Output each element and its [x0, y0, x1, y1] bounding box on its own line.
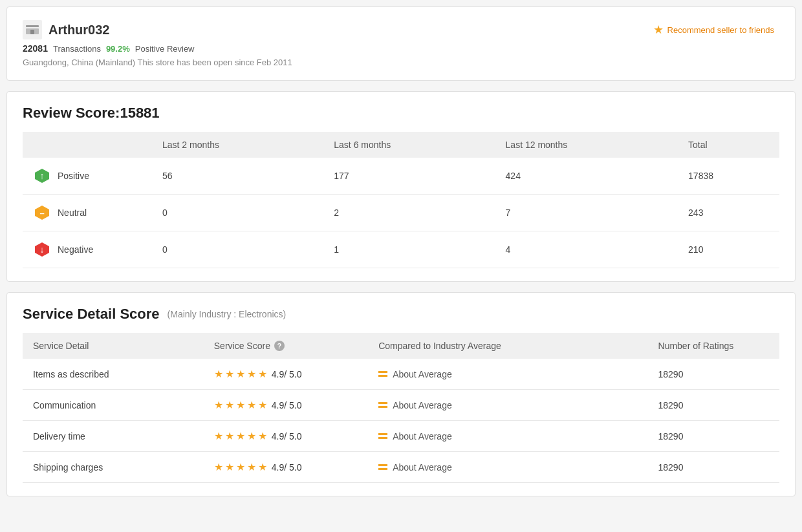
score-text: 4.9/ 5.0 [272, 462, 302, 473]
transactions-count: 22081 [23, 43, 48, 54]
star-1: ★ [214, 368, 223, 380]
svg-text:↓: ↓ [40, 244, 45, 255]
star-4: ★ [247, 430, 256, 442]
col-compared: Compared to Industry Average [368, 333, 647, 359]
star-5: ★ [258, 399, 267, 411]
star-icon: ★ [653, 23, 664, 37]
col-service-score: Service Score ? [204, 333, 333, 359]
avg-bar-1 [378, 402, 387, 404]
last6-months: 1 [323, 231, 495, 268]
avg-bar-icon [378, 371, 387, 377]
avg-bar-icon [378, 402, 387, 408]
star-1: ★ [214, 461, 223, 473]
last12-months: 424 [495, 158, 678, 195]
score-text: 4.9/ 5.0 [272, 369, 302, 379]
review-type-cell: – Neutral [23, 195, 152, 231]
service-score-cell: ★ ★ ★ ★ ★ 4.9/ 5.0 [204, 390, 368, 421]
table-row: Items as described ★ ★ ★ ★ ★ 4.9/ 5.0 Ab… [23, 359, 779, 390]
review-type-cell: ↓ Negative [23, 231, 152, 268]
seller-info: Arthur032 22081 Transactions 99.2% Posit… [23, 20, 292, 67]
score-text: 4.9/ 5.0 [272, 400, 302, 410]
star-1: ★ [214, 399, 223, 411]
transactions-label: Transactions [53, 44, 101, 54]
seller-stats: 22081 Transactions 99.2% Positive Review [23, 43, 292, 54]
positive-label: Positive Review [135, 44, 195, 54]
star-5: ★ [258, 368, 267, 380]
avg-bar-2 [378, 468, 387, 470]
negative-icon: ↓ [33, 240, 51, 259]
review-type-label: Negative [58, 244, 93, 255]
score-text: 4.9/ 5.0 [272, 431, 302, 442]
last6-months: 177 [323, 158, 495, 195]
seller-name-row: Arthur032 [23, 20, 292, 39]
service-detail-label: Shipping charges [23, 452, 204, 483]
compared-cell: About Average [368, 421, 647, 452]
seller-header: Arthur032 22081 Transactions 99.2% Posit… [6, 6, 796, 81]
service-detail-card: Service Detail Score (Mainly Industry : … [6, 292, 796, 496]
service-detail-table: Service Detail Service Score ? Compared … [23, 333, 779, 483]
stars-row: ★ ★ ★ ★ ★ 4.9/ 5.0 [214, 430, 358, 442]
star-2: ★ [225, 368, 234, 380]
avg-label: About Average [393, 400, 452, 410]
star-1: ★ [214, 430, 223, 442]
avg-bar-icon [378, 464, 387, 470]
service-detail-label: Communication [23, 390, 204, 421]
col-last6: Last 6 months [323, 132, 495, 158]
recommend-label: Recommend seller to friends [667, 25, 774, 35]
col-ratings: Number of Ratings [648, 333, 779, 359]
avg-bar-2 [378, 406, 387, 408]
table-row: Shipping charges ★ ★ ★ ★ ★ 4.9/ 5.0 Abou… [23, 452, 779, 483]
compared-cell: About Average [368, 359, 647, 390]
stars-row: ★ ★ ★ ★ ★ 4.9/ 5.0 [214, 399, 358, 411]
last12-months: 7 [495, 195, 678, 231]
review-table-header: Last 2 months Last 6 months Last 12 mont… [23, 132, 779, 158]
number-of-ratings: 18290 [648, 452, 779, 483]
number-of-ratings: 18290 [648, 359, 779, 390]
svg-text:–: – [39, 208, 44, 218]
review-type-cell: ↑ Positive [23, 158, 152, 195]
star-2: ★ [225, 430, 234, 442]
table-row: Delivery time ★ ★ ★ ★ ★ 4.9/ 5.0 About A… [23, 421, 779, 452]
seller-location: Guangdong, China (Mainland) This store h… [23, 58, 292, 67]
col-type [23, 132, 152, 158]
store-since: This store has been open since Feb 2011 [138, 58, 292, 67]
question-mark-icon[interactable]: ? [274, 341, 285, 351]
service-detail-label: Items as described [23, 359, 204, 390]
recommend-button[interactable]: ★ Recommend seller to friends [648, 20, 779, 39]
avg-bar-icon [378, 433, 387, 439]
stars-row: ★ ★ ★ ★ ★ 4.9/ 5.0 [214, 461, 358, 473]
star-3: ★ [236, 399, 245, 411]
avg-bar-2 [378, 437, 387, 439]
total: 210 [678, 231, 779, 268]
service-score-cell: ★ ★ ★ ★ ★ 4.9/ 5.0 [204, 359, 368, 390]
table-row: ↓ Negative 0 1 4 210 [23, 231, 779, 268]
svg-text:↑: ↑ [40, 171, 45, 181]
star-3: ★ [236, 430, 245, 442]
avg-bar-1 [378, 433, 387, 435]
star-5: ★ [258, 430, 267, 442]
review-type-label: Neutral [58, 207, 87, 218]
service-detail-label: Delivery time [23, 421, 204, 452]
positive-icon: ↑ [33, 167, 51, 185]
table-row: ↑ Positive 56 177 424 17838 [23, 158, 779, 195]
service-detail-title: Service Detail Score [23, 306, 160, 323]
avg-bar-1 [378, 464, 387, 466]
last2-months: 0 [152, 231, 323, 268]
star-3: ★ [236, 368, 245, 380]
location-text: Guangdong, China (Mainland) [23, 58, 135, 67]
total: 243 [678, 195, 779, 231]
seller-name: Arthur032 [49, 23, 109, 37]
star-2: ★ [225, 399, 234, 411]
service-score-cell: ★ ★ ★ ★ ★ 4.9/ 5.0 [204, 421, 368, 452]
table-row: Communication ★ ★ ★ ★ ★ 4.9/ 5.0 About A… [23, 390, 779, 421]
avg-label: About Average [393, 431, 452, 442]
star-5: ★ [258, 461, 267, 473]
neutral-icon: – [33, 204, 51, 222]
star-3: ★ [236, 461, 245, 473]
service-score-cell: ★ ★ ★ ★ ★ 4.9/ 5.0 [204, 452, 368, 483]
store-icon [23, 20, 42, 39]
number-of-ratings: 18290 [648, 390, 779, 421]
svg-rect-3 [30, 30, 34, 34]
col-total: Total [678, 132, 779, 158]
star-4: ★ [247, 368, 256, 380]
